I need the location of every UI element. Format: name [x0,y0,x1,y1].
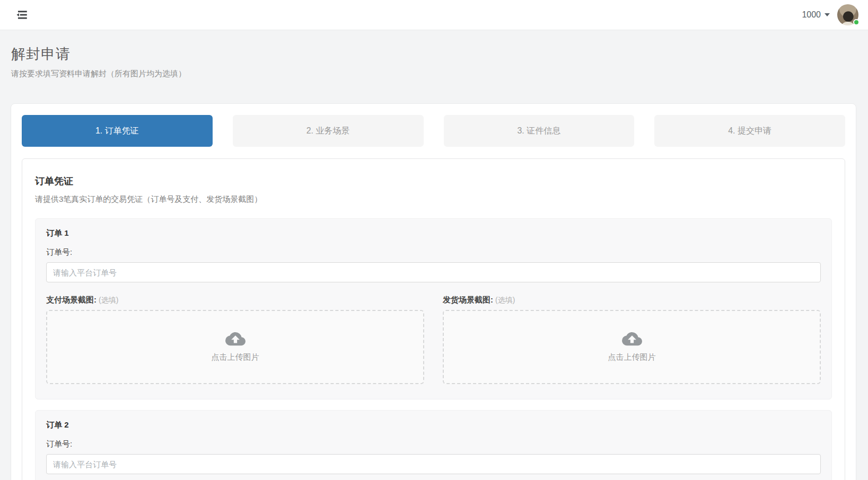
shipping-label-text: 发货场景截图: [443,295,493,304]
step-tab-submit[interactable]: 4. 提交申请 [654,115,845,147]
user-avatar[interactable] [837,4,858,25]
shipping-upload-group: 发货场景截图:(选填) 点击上传图片 [443,295,821,384]
step-tab-order-proof[interactable]: 1. 订单凭证 [22,115,213,147]
section-description: 请提供3笔真实订单的交易凭证（订单号及支付、发货场景截图） [35,194,832,205]
shipping-upload-dropzone-1[interactable]: 点击上传图片 [443,310,821,384]
shipping-screenshot-label: 发货场景截图:(选填) [443,295,821,305]
upload-hint: 点击上传图片 [608,352,656,362]
sidebar-toggle-button[interactable] [13,6,31,24]
step-tab-business-scene[interactable]: 2. 业务场景 [233,115,424,147]
page-title: 解封申请 [11,45,856,64]
payment-upload-group: 支付场景截图:(选填) 点击上传图片 [46,295,424,384]
order-panel-2: 订单 2 订单号: [35,410,832,480]
optional-tag: (选填) [495,296,515,304]
user-dropdown-label: 1000 [802,10,821,20]
cloud-upload-icon [225,332,246,348]
section-title: 订单凭证 [35,175,832,188]
order-proof-section: 订单凭证 请提供3笔真实订单的交易凭证（订单号及支付、发货场景截图） 订单 1 … [22,158,845,480]
top-navbar: 1000 [0,0,868,30]
order-title: 订单 2 [46,420,821,430]
page-header: 解封申请 请按要求填写资料申请解封（所有图片均为选填） [0,30,868,79]
payment-upload-dropzone-1[interactable]: 点击上传图片 [46,310,424,384]
optional-tag: (选填) [99,296,118,304]
outdent-menu-icon [15,8,29,22]
order-number-input-1[interactable] [46,262,821,282]
order-number-input-2[interactable] [46,454,821,474]
step-tabs: 1. 订单凭证 2. 业务场景 3. 证件信息 4. 提交申请 [22,115,845,147]
caret-down-icon [825,13,830,16]
payment-label-text: 支付场景截图: [46,295,97,304]
user-dropdown[interactable]: 1000 [802,10,830,20]
cloud-upload-icon [622,332,642,348]
page-subtitle: 请按要求填写资料申请解封（所有图片均为选填） [11,69,856,79]
unban-application-card: 1. 订单凭证 2. 业务场景 3. 证件信息 4. 提交申请 订单凭证 请提供… [11,103,856,480]
order-number-label: 订单号: [46,247,821,257]
upload-hint: 点击上传图片 [212,352,259,362]
order-number-label: 订单号: [46,439,821,449]
uploads-row: 支付场景截图:(选填) 点击上传图片 发货场景截图:(选填) [46,295,821,384]
online-status-dot [853,19,860,25]
order-title: 订单 1 [46,228,821,238]
payment-screenshot-label: 支付场景截图:(选填) [46,295,424,305]
step-tab-credentials[interactable]: 3. 证件信息 [444,115,635,147]
order-panel-1: 订单 1 订单号: 支付场景截图:(选填) 点击上传图片 [35,218,832,399]
